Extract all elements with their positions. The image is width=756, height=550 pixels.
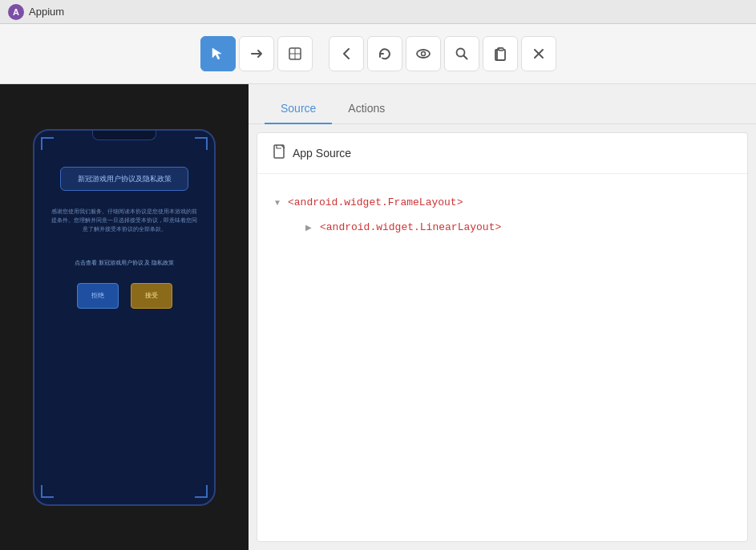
tree-tag-linearlayout: <android.widget.LinearLayout> [320, 221, 501, 233]
clipboard-button[interactable] [483, 36, 518, 71]
source-header-title: App Source [293, 147, 351, 160]
refresh-button[interactable] [367, 36, 402, 71]
toolbar [0, 24, 756, 84]
phone-reject-button: 拒绝 [77, 283, 119, 309]
left-panel: 新冠游戏用户协议及隐私政策 感谢您使用我们服务。仔细阅读本协议是您使用本游戏的前… [0, 84, 249, 550]
corner-bl [41, 485, 54, 498]
phone-notch [92, 131, 156, 140]
phone-body-text: 感谢您使用我们服务。仔细阅读本协议是您使用本游戏的前提条件。您理解并同意一旦选择… [46, 207, 202, 234]
phone-accept-button: 接受 [131, 283, 172, 309]
tree-child-group: ▶ <android.widget.LinearLayout> [305, 215, 731, 240]
source-header: App Source [257, 133, 747, 174]
main-content: 新冠游戏用户协议及隐私政策 感谢您使用我们服务。仔细阅读本协议是您使用本游戏的前… [0, 84, 756, 550]
corner-tr [195, 137, 208, 150]
tree-expand-framelayout[interactable]: ▼ [273, 198, 283, 207]
tree-tag-framelayout: <android.widget.FrameLayout> [288, 196, 463, 208]
phone-screen: 新冠游戏用户协议及隐私政策 感谢您使用我们服务。仔细阅读本协议是您使用本游戏的前… [33, 129, 216, 506]
source-header-icon [273, 144, 286, 162]
tap-button[interactable] [277, 36, 313, 71]
app-logo: A [8, 4, 24, 20]
toolbar-mode-group [200, 36, 313, 71]
tree-item-linearlayout[interactable]: ▶ <android.widget.LinearLayout> [305, 215, 731, 240]
svg-line-6 [463, 56, 467, 59]
toolbar-nav-group [329, 36, 556, 71]
svg-rect-10 [497, 50, 505, 60]
phone-buttons: 拒绝 接受 [77, 283, 172, 309]
tab-actions[interactable]: Actions [332, 94, 401, 124]
svg-point-3 [417, 50, 430, 58]
app-title: Appium [29, 6, 64, 18]
back-button[interactable] [329, 36, 364, 71]
right-panel: Source Actions App Source ▼ <an [249, 84, 756, 550]
svg-rect-11 [499, 48, 503, 51]
source-panel: App Source ▼ <android.widget.FrameLayout… [257, 132, 748, 542]
show-hide-button[interactable] [406, 36, 441, 71]
top-bar: A Appium [0, 0, 756, 24]
close-button[interactable] [521, 36, 556, 71]
svg-point-4 [421, 52, 425, 56]
tabs: Source Actions [249, 84, 756, 124]
svg-rect-14 [274, 145, 284, 158]
source-tree: ▼ <android.widget.FrameLayout> ▶ <androi… [257, 174, 747, 256]
select-element-button[interactable] [200, 36, 236, 71]
phone-title-text: 新冠游戏用户协议及隐私政策 [69, 174, 180, 184]
swipe-button[interactable] [239, 36, 274, 71]
search-button[interactable] [444, 36, 479, 71]
phone-title-box: 新冠游戏用户协议及隐私政策 [60, 167, 188, 192]
tree-item-framelayout[interactable]: ▼ <android.widget.FrameLayout> [273, 190, 731, 215]
tab-source[interactable]: Source [265, 94, 332, 124]
corner-br [195, 485, 208, 498]
phone-link-text: 点击查看 新冠游戏用户协议 及 隐私政策 [75, 258, 175, 267]
tree-expand-linearlayout[interactable]: ▶ [305, 223, 315, 232]
corner-tl [41, 137, 54, 150]
